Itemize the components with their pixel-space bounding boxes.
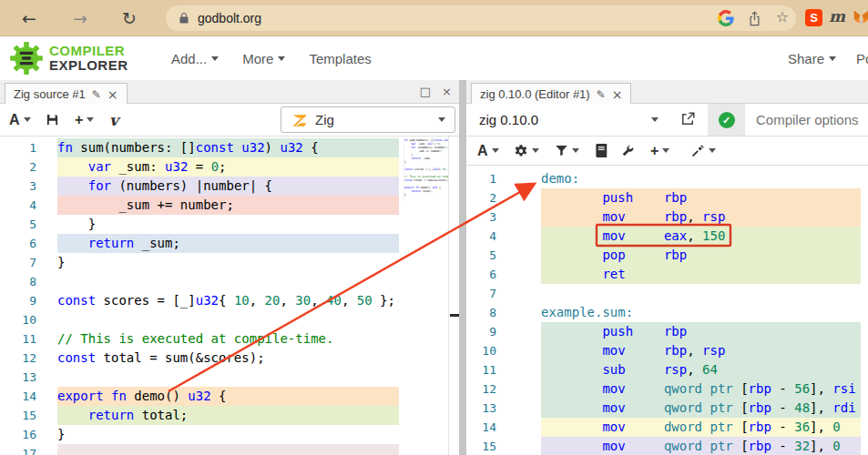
src-line-11[interactable]: 11// This is executed at compile-time. bbox=[0, 329, 459, 349]
chevron-down-icon bbox=[829, 56, 836, 61]
compiler-select[interactable]: zig 0.10.0 bbox=[466, 104, 671, 136]
share-page-icon[interactable] bbox=[748, 11, 761, 26]
asm-line-7[interactable]: 7 bbox=[466, 284, 868, 303]
asm-line-6[interactable]: 6 ret bbox=[466, 265, 868, 284]
filter-button[interactable] bbox=[555, 136, 579, 165]
language-select[interactable]: Zig bbox=[281, 106, 455, 133]
status-ok-icon[interactable]: ✓ bbox=[719, 112, 735, 128]
compiler-options-input[interactable] bbox=[756, 108, 863, 131]
src-line-4[interactable]: 4 _sum += number; bbox=[0, 196, 459, 215]
src-line-15[interactable]: 15 return total; bbox=[0, 406, 459, 425]
line-number: 2 bbox=[0, 157, 36, 177]
asm-line-8[interactable]: 8example.sum: bbox=[466, 303, 868, 322]
add-pane-button[interactable]: + bbox=[650, 136, 669, 165]
asm-line-4[interactable]: 4 mov eax, 150 bbox=[466, 227, 868, 246]
back-icon[interactable]: ← bbox=[22, 6, 36, 30]
src-line-6[interactable]: 6 return _sum; bbox=[0, 234, 459, 253]
asm-line-15[interactable]: 15 mov qword ptr [rbp - 32], 0 bbox=[466, 437, 868, 455]
rename-icon[interactable]: ✎ bbox=[92, 88, 101, 101]
pane-splitter[interactable] bbox=[459, 80, 466, 455]
forward-icon[interactable]: → bbox=[73, 6, 87, 30]
vim-mode-button[interactable]: v bbox=[109, 104, 118, 136]
src-line-8[interactable]: 8 bbox=[0, 272, 459, 291]
svelte-extension-icon[interactable]: S bbox=[805, 9, 822, 26]
add-tool-button[interactable] bbox=[691, 136, 716, 165]
save-button[interactable] bbox=[46, 104, 59, 136]
maximize-pane-icon[interactable]: □ bbox=[420, 85, 431, 98]
line-number: 5 bbox=[0, 215, 36, 234]
chevron-down-icon bbox=[278, 56, 285, 61]
address-bar[interactable]: godbolt.org ☆ bbox=[166, 5, 796, 31]
url-text: godbolt.org bbox=[198, 11, 261, 25]
menu-share[interactable]: Share bbox=[788, 51, 836, 66]
src-line-16[interactable]: 16} bbox=[0, 425, 459, 444]
line-number: 8 bbox=[466, 303, 496, 322]
line-number: 1 bbox=[0, 138, 36, 157]
m-extension-icon[interactable]: m bbox=[829, 7, 845, 25]
google-icon[interactable] bbox=[718, 10, 734, 26]
close-tab-icon[interactable]: × bbox=[612, 87, 623, 102]
menu-policies[interactable]: Policies bbox=[856, 51, 868, 66]
src-line-7[interactable]: 7} bbox=[0, 253, 459, 272]
line-number: 3 bbox=[0, 177, 36, 196]
src-line-12[interactable]: 12const total = sum(&scores); bbox=[0, 349, 459, 368]
asm-line-3[interactable]: 3 mov rbp, rsp bbox=[466, 207, 868, 227]
asm-line-14[interactable]: 14 mov dword ptr [rbp - 36], 0 bbox=[466, 418, 868, 437]
asm-line-2[interactable]: 2 push rbp bbox=[466, 188, 868, 207]
asm-line-1[interactable]: 1demo: bbox=[466, 169, 868, 188]
menu-templates[interactable]: Templates bbox=[309, 51, 371, 66]
src-line-10[interactable]: 10 bbox=[0, 310, 459, 329]
asm-line-5[interactable]: 5 pop rbp bbox=[466, 246, 868, 265]
menu-add[interactable]: Add... bbox=[171, 51, 219, 66]
tab-zig-source[interactable]: Zig source #1 ✎ × bbox=[5, 83, 128, 105]
src-line-2[interactable]: 2 var _sum: u32 = 0; bbox=[0, 157, 459, 177]
assembly-output[interactable]: 1demo:2 push rbp3 mov rbp, rsp4 mov eax,… bbox=[466, 166, 868, 455]
chevron-down-icon bbox=[492, 148, 499, 153]
font-size-button[interactable]: A bbox=[9, 104, 31, 136]
line-number: 13 bbox=[0, 368, 36, 387]
source-editor[interactable]: 1fn sum(numbers: []const u32) u32 {2 var… bbox=[0, 136, 459, 455]
minimap[interactable]: fn sum(numbers: []const u32) u32 { var _… bbox=[403, 138, 448, 200]
compiler-settings-button[interactable] bbox=[514, 136, 539, 165]
line-number: 13 bbox=[466, 399, 496, 418]
asm-line-11[interactable]: 11 sub rsp, 64 bbox=[466, 360, 868, 379]
asm-line-12[interactable]: 12 mov qword ptr [rbp - 56], rsi bbox=[466, 379, 868, 399]
src-line-3[interactable]: 3 for (numbers) |number| { bbox=[0, 177, 459, 196]
close-pane-icon[interactable]: × bbox=[442, 85, 452, 98]
chevron-down-icon bbox=[662, 148, 669, 153]
tab-compiler-output[interactable]: zig 0.10.0 (Editor #1) ✎ × bbox=[471, 83, 631, 105]
logo-text-compiler: COMPILER bbox=[49, 44, 128, 58]
asm-line-10[interactable]: 10 mov rbp, rsp bbox=[466, 341, 868, 360]
line-number: 12 bbox=[466, 379, 496, 399]
libraries-button[interactable] bbox=[595, 136, 608, 165]
src-line-9[interactable]: 9const scores = [_]u32{ 10, 20, 30, 40, … bbox=[0, 291, 459, 310]
asm-line-9[interactable]: 9 push rbp bbox=[466, 322, 868, 341]
compiler-row: zig 0.10.0 ✓ bbox=[466, 104, 868, 136]
compiler-explorer-logo[interactable]: COMPILER EXPLORER bbox=[9, 41, 128, 76]
src-line-13[interactable]: 13 bbox=[0, 368, 459, 387]
compiler-pane: zig 0.10.0 (Editor #1) ✎ × zig 0.10.0 ✓ bbox=[466, 80, 868, 455]
asm-line-13[interactable]: 13 mov qword ptr [rbp - 48], rdi bbox=[466, 399, 868, 418]
metamask-icon[interactable] bbox=[853, 9, 868, 26]
line-number: 10 bbox=[0, 310, 36, 329]
add-pane-button[interactable]: + bbox=[75, 104, 94, 136]
src-line-1[interactable]: 1fn sum(numbers: []const u32) u32 { bbox=[0, 138, 459, 157]
rename-icon[interactable]: ✎ bbox=[597, 88, 606, 101]
close-tab-icon[interactable]: × bbox=[107, 87, 118, 102]
src-line-5[interactable]: 5 } bbox=[0, 215, 459, 234]
bookmark-star-icon[interactable]: ☆ bbox=[776, 8, 789, 25]
open-in-new-window-button[interactable] bbox=[679, 111, 696, 127]
language-label: Zig bbox=[315, 112, 432, 127]
src-line-14[interactable]: 14export fn demo() u32 { bbox=[0, 387, 459, 406]
src-line-17[interactable]: 17 bbox=[0, 444, 459, 455]
font-size-button[interactable]: A bbox=[477, 136, 499, 165]
splitter-handle[interactable] bbox=[450, 314, 459, 317]
lock-icon bbox=[179, 12, 189, 25]
chevron-down-icon bbox=[709, 148, 716, 153]
menu-more[interactable]: More bbox=[242, 51, 285, 66]
reload-icon[interactable]: ↻ bbox=[122, 6, 137, 30]
screenshot: ← → ↻ godbolt.org ☆ S m bbox=[0, 0, 868, 455]
line-number: 7 bbox=[466, 284, 496, 303]
overrides-button[interactable] bbox=[620, 136, 635, 165]
line-number: 4 bbox=[466, 227, 496, 246]
